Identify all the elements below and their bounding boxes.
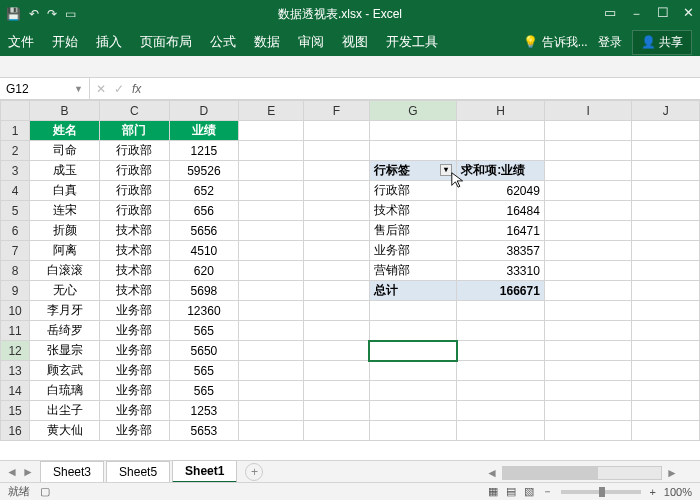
row-header[interactable]: 2 (1, 141, 30, 161)
filter-dropdown-icon[interactable]: ▾ (440, 164, 452, 176)
cell[interactable]: 业务部 (99, 401, 169, 421)
view-break-icon[interactable]: ▧ (524, 485, 534, 498)
pivot-value[interactable]: 38357 (457, 241, 545, 261)
view-layout-icon[interactable]: ▤ (506, 485, 516, 498)
cell[interactable] (457, 381, 545, 401)
cell[interactable]: 565 (169, 381, 239, 401)
cell[interactable] (544, 161, 632, 181)
row-header[interactable]: 15 (1, 401, 30, 421)
pivot-row[interactable]: 行政部 (369, 181, 457, 201)
row-header[interactable]: 10 (1, 301, 30, 321)
view-normal-icon[interactable]: ▦ (488, 485, 498, 498)
tab-home[interactable]: 开始 (52, 33, 78, 51)
cell[interactable] (239, 261, 304, 281)
pivot-total-label[interactable]: 总计 (369, 281, 457, 301)
cell[interactable]: 业务部 (99, 361, 169, 381)
cell[interactable]: 业务部 (99, 341, 169, 361)
cell[interactable] (304, 221, 369, 241)
new-icon[interactable]: ▭ (65, 7, 76, 21)
cell[interactable] (544, 421, 632, 441)
cell[interactable] (544, 281, 632, 301)
cell[interactable] (457, 401, 545, 421)
cell[interactable]: 技术部 (99, 281, 169, 301)
cell[interactable] (304, 201, 369, 221)
cell[interactable]: 技术部 (99, 241, 169, 261)
tell-me[interactable]: 💡 告诉我... (523, 34, 587, 51)
cell[interactable] (239, 121, 304, 141)
pivot-row[interactable]: 营销部 (369, 261, 457, 281)
cell[interactable] (457, 141, 545, 161)
sheet-tab[interactable]: Sheet3 (40, 461, 104, 482)
cell[interactable] (457, 321, 545, 341)
col-header[interactable]: E (239, 101, 304, 121)
minimize-icon[interactable]: － (630, 5, 643, 23)
cell[interactable]: 无心 (30, 281, 100, 301)
col-header[interactable]: B (30, 101, 100, 121)
cell[interactable] (632, 121, 700, 141)
cell[interactable]: 业务部 (99, 421, 169, 441)
cell[interactable] (457, 121, 545, 141)
cell[interactable]: 业务部 (99, 381, 169, 401)
sheet-nav[interactable]: ◄► (6, 465, 34, 479)
col-header[interactable]: D (169, 101, 239, 121)
cell[interactable]: 1253 (169, 401, 239, 421)
cell[interactable] (239, 221, 304, 241)
cell[interactable] (304, 341, 369, 361)
cell[interactable] (304, 301, 369, 321)
cell[interactable]: 成玉 (30, 161, 100, 181)
col-header[interactable]: I (544, 101, 632, 121)
cell[interactable] (304, 181, 369, 201)
cell[interactable]: 4510 (169, 241, 239, 261)
tab-view[interactable]: 视图 (342, 33, 368, 51)
sheet-tab-active[interactable]: Sheet1 (172, 460, 237, 483)
sheet-tab[interactable]: Sheet5 (106, 461, 170, 482)
col-header[interactable]: F (304, 101, 369, 121)
pivot-row[interactable]: 业务部 (369, 241, 457, 261)
cell[interactable] (239, 201, 304, 221)
zoom-slider[interactable] (561, 490, 641, 494)
ribbon-options-icon[interactable]: ▭ (604, 5, 616, 23)
cell[interactable]: 565 (169, 361, 239, 381)
save-icon[interactable]: 💾 (6, 7, 21, 21)
cell[interactable] (544, 241, 632, 261)
row-header[interactable]: 9 (1, 281, 30, 301)
cell[interactable] (632, 321, 700, 341)
add-sheet-button[interactable]: + (245, 463, 263, 481)
cell[interactable]: 白琉璃 (30, 381, 100, 401)
cell[interactable] (457, 421, 545, 441)
cell[interactable] (369, 401, 457, 421)
row-header[interactable]: 13 (1, 361, 30, 381)
cell[interactable]: 出尘子 (30, 401, 100, 421)
cell[interactable]: 阿离 (30, 241, 100, 261)
cell[interactable] (632, 381, 700, 401)
cell[interactable] (239, 401, 304, 421)
cell[interactable] (304, 381, 369, 401)
macro-record-icon[interactable]: ▢ (40, 485, 50, 498)
cell[interactable] (632, 401, 700, 421)
cell[interactable]: 5698 (169, 281, 239, 301)
cell[interactable]: 部门 (99, 121, 169, 141)
cell[interactable] (544, 201, 632, 221)
cell[interactable]: 技术部 (99, 261, 169, 281)
cell[interactable] (632, 281, 700, 301)
pivot-row[interactable]: 售后部 (369, 221, 457, 241)
cell[interactable] (632, 141, 700, 161)
cell[interactable] (544, 321, 632, 341)
cell[interactable] (632, 361, 700, 381)
cell[interactable]: 司命 (30, 141, 100, 161)
cell[interactable]: 行政部 (99, 141, 169, 161)
cell[interactable] (632, 301, 700, 321)
cell[interactable] (544, 261, 632, 281)
row-header[interactable]: 11 (1, 321, 30, 341)
formula-bar[interactable]: ✕ ✓ fx (90, 82, 700, 96)
row-header[interactable]: 16 (1, 421, 30, 441)
cell[interactable]: 565 (169, 321, 239, 341)
spreadsheet-grid[interactable]: B C D E F G H I J 1 姓名 部门 业绩 2司命行政部1215 … (0, 100, 700, 452)
cell[interactable] (632, 261, 700, 281)
row-header[interactable]: 7 (1, 241, 30, 261)
cell[interactable] (457, 301, 545, 321)
pivot-row[interactable]: 技术部 (369, 201, 457, 221)
cell[interactable] (369, 321, 457, 341)
active-cell[interactable] (369, 341, 457, 361)
cell[interactable] (457, 361, 545, 381)
